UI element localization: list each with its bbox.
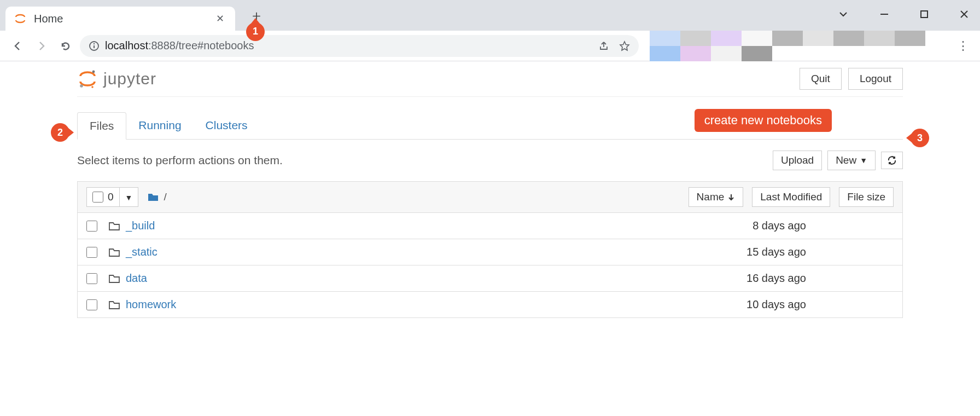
share-icon[interactable] [598,41,609,51]
window-minimize-icon[interactable] [875,7,894,21]
back-button[interactable] [8,36,27,56]
file-row: data 16 days ago [77,265,903,292]
site-info-icon[interactable] [89,41,100,51]
folder-outline-icon [108,220,120,232]
file-name: data [126,272,147,285]
sort-modified-button[interactable]: Last Modified [752,187,830,207]
file-modified: 10 days ago [746,298,806,311]
bookmark-star-icon[interactable] [619,41,630,51]
jupyter-logo[interactable]: jupyter [77,68,156,89]
file-list: _build 8 days ago _static 15 days ago da… [77,213,903,318]
window-maximize-icon[interactable] [915,8,933,21]
annotation-2: 2 [51,123,69,142]
window-controls [833,7,973,22]
file-modified: 15 days ago [746,246,806,258]
new-dropdown-button[interactable]: New ▼ [827,151,876,170]
extension-block[interactable] [680,31,711,46]
extension-block[interactable] [711,31,742,46]
tab-title: Home [34,13,214,25]
extension-block[interactable] [864,31,895,46]
browser-menu-icon[interactable]: ⋮ [954,36,972,56]
jupyter-tabs: Files Running Clusters 2 create new note… [77,112,903,140]
sort-arrow-down-icon [727,193,735,201]
extension-block[interactable] [650,31,680,46]
upload-button[interactable]: Upload [773,151,822,170]
folder-icon [147,191,159,203]
file-link[interactable]: data [108,272,147,285]
forward-button[interactable] [32,36,51,56]
file-link[interactable]: _build [108,219,155,232]
file-link[interactable]: homework [108,298,176,311]
annotation-1: 1 [246,22,265,41]
svg-point-7 [92,71,95,73]
file-row: homework 10 days ago [77,292,903,318]
folder-outline-icon [108,273,120,285]
file-name: _static [126,246,158,258]
extension-block[interactable] [742,31,772,46]
file-name: _build [126,219,155,232]
file-modified: 8 days ago [752,219,806,232]
file-row: _build 8 days ago [77,213,903,239]
new-tab-button[interactable]: ＋ 1 [245,3,268,28]
extension-block[interactable] [833,31,864,46]
tab-files[interactable]: Files [77,112,126,140]
breadcrumb-root: / [164,191,166,203]
reload-button[interactable] [56,36,75,56]
quit-button[interactable]: Quit [800,68,842,90]
extensions-area [650,31,945,61]
file-row: _static 15 days ago [77,239,903,265]
file-checkbox[interactable] [86,273,97,284]
file-modified: 16 days ago [746,272,806,285]
svg-point-9 [91,86,94,88]
window-dropdown-icon[interactable] [833,7,853,22]
sort-size-button[interactable]: File size [839,187,894,207]
file-checkbox[interactable] [86,247,97,258]
file-link[interactable]: _static [108,246,158,258]
window-close-icon[interactable] [955,7,973,21]
folder-outline-icon [108,246,120,258]
svg-point-8 [80,84,83,88]
annotation-label-new: create new notebooks [695,109,832,132]
file-list-header: 0 ▼ / Name Last Modified File size [77,181,903,213]
extension-block[interactable] [742,46,772,61]
extension-block[interactable] [803,31,833,46]
jupyter-header: jupyter Quit Logout [77,61,903,97]
refresh-button[interactable] [881,152,903,169]
svg-point-6 [94,43,95,44]
jupyter-logo-text: jupyter [103,70,156,88]
folder-outline-icon [108,299,120,311]
tab-close-icon[interactable]: ✕ [214,10,226,27]
file-checkbox[interactable] [86,299,97,310]
file-checkbox[interactable] [86,221,97,232]
tab-clusters[interactable]: Clusters [194,112,260,139]
help-text: Select items to perform actions on them. [77,154,283,167]
tab-running[interactable]: Running [126,112,193,139]
tab-favicon [14,13,26,25]
logout-button[interactable]: Logout [848,68,903,90]
extension-block[interactable] [711,46,742,61]
new-label: New [836,154,856,166]
select-caret-icon[interactable]: ▼ [119,188,138,206]
annotation-3: 3 [911,129,929,147]
select-all-checkbox[interactable] [92,192,103,203]
url-text: localhost:8888/tree#notebooks [105,39,593,52]
extension-block[interactable] [650,46,680,61]
jupyter-actions: Select items to perform actions on them.… [77,140,903,181]
extension-block[interactable] [895,31,925,46]
browser-tab[interactable]: Home ✕ [5,7,235,31]
browser-tabstrip: Home ✕ ＋ 1 [0,0,980,31]
select-count: 0 [108,191,114,203]
address-bar[interactable]: localhost:8888/tree#notebooks [80,35,639,57]
jupyter-logo-icon [77,68,98,89]
select-all-dropdown[interactable]: 0 ▼ [86,187,138,207]
svg-rect-1 [921,11,928,18]
breadcrumb[interactable]: / [147,191,166,203]
caret-down-icon: ▼ [860,156,867,165]
extension-block[interactable] [680,46,711,61]
browser-toolbar: localhost:8888/tree#notebooks ⋮ [0,31,980,61]
sort-name-button[interactable]: Name [689,187,744,207]
extension-block[interactable] [772,31,803,46]
file-name: homework [126,298,176,311]
